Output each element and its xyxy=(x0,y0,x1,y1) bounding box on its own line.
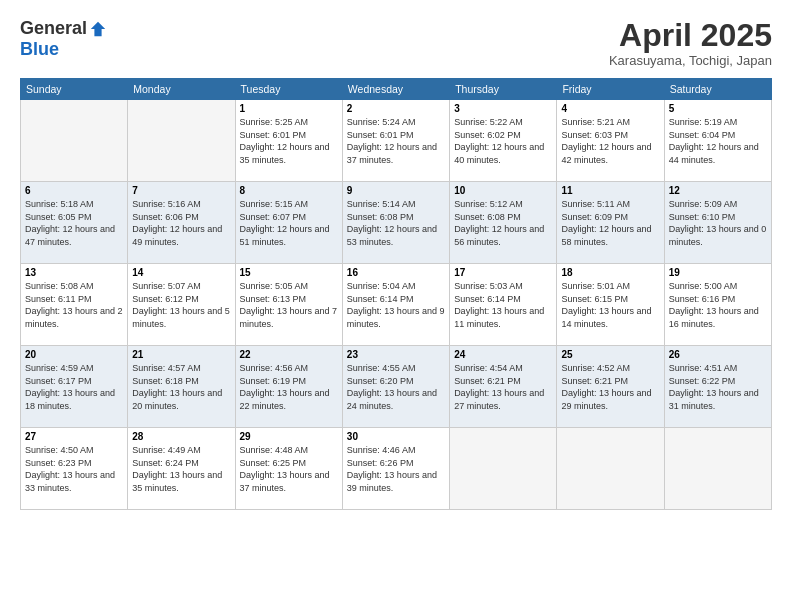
table-row: 11Sunrise: 5:11 AM Sunset: 6:09 PM Dayli… xyxy=(557,182,664,264)
table-row xyxy=(128,100,235,182)
day-info: Sunrise: 4:51 AM Sunset: 6:22 PM Dayligh… xyxy=(669,362,767,412)
table-row: 1Sunrise: 5:25 AM Sunset: 6:01 PM Daylig… xyxy=(235,100,342,182)
location: Karasuyama, Tochigi, Japan xyxy=(609,53,772,68)
calendar-week-row: 20Sunrise: 4:59 AM Sunset: 6:17 PM Dayli… xyxy=(21,346,772,428)
table-row: 10Sunrise: 5:12 AM Sunset: 6:08 PM Dayli… xyxy=(450,182,557,264)
day-info: Sunrise: 5:19 AM Sunset: 6:04 PM Dayligh… xyxy=(669,116,767,166)
day-number: 24 xyxy=(454,349,552,360)
calendar-week-row: 1Sunrise: 5:25 AM Sunset: 6:01 PM Daylig… xyxy=(21,100,772,182)
table-row xyxy=(557,428,664,510)
table-row: 14Sunrise: 5:07 AM Sunset: 6:12 PM Dayli… xyxy=(128,264,235,346)
calendar-week-row: 13Sunrise: 5:08 AM Sunset: 6:11 PM Dayli… xyxy=(21,264,772,346)
day-number: 22 xyxy=(240,349,338,360)
svg-marker-0 xyxy=(91,21,105,35)
table-row xyxy=(664,428,771,510)
day-number: 14 xyxy=(132,267,230,278)
table-row: 6Sunrise: 5:18 AM Sunset: 6:05 PM Daylig… xyxy=(21,182,128,264)
day-info: Sunrise: 4:50 AM Sunset: 6:23 PM Dayligh… xyxy=(25,444,123,494)
day-number: 8 xyxy=(240,185,338,196)
table-row: 22Sunrise: 4:56 AM Sunset: 6:19 PM Dayli… xyxy=(235,346,342,428)
day-info: Sunrise: 5:07 AM Sunset: 6:12 PM Dayligh… xyxy=(132,280,230,330)
day-info: Sunrise: 4:55 AM Sunset: 6:20 PM Dayligh… xyxy=(347,362,445,412)
day-info: Sunrise: 4:57 AM Sunset: 6:18 PM Dayligh… xyxy=(132,362,230,412)
table-row: 20Sunrise: 4:59 AM Sunset: 6:17 PM Dayli… xyxy=(21,346,128,428)
table-row: 16Sunrise: 5:04 AM Sunset: 6:14 PM Dayli… xyxy=(342,264,449,346)
day-info: Sunrise: 5:24 AM Sunset: 6:01 PM Dayligh… xyxy=(347,116,445,166)
table-row: 12Sunrise: 5:09 AM Sunset: 6:10 PM Dayli… xyxy=(664,182,771,264)
table-row: 4Sunrise: 5:21 AM Sunset: 6:03 PM Daylig… xyxy=(557,100,664,182)
table-row: 29Sunrise: 4:48 AM Sunset: 6:25 PM Dayli… xyxy=(235,428,342,510)
page: General Blue April 2025 Karasuyama, Toch… xyxy=(0,0,792,612)
col-saturday: Saturday xyxy=(664,79,771,100)
table-row: 3Sunrise: 5:22 AM Sunset: 6:02 PM Daylig… xyxy=(450,100,557,182)
day-info: Sunrise: 5:12 AM Sunset: 6:08 PM Dayligh… xyxy=(454,198,552,248)
table-row: 5Sunrise: 5:19 AM Sunset: 6:04 PM Daylig… xyxy=(664,100,771,182)
calendar-table: Sunday Monday Tuesday Wednesday Thursday… xyxy=(20,78,772,510)
logo-general-text: General xyxy=(20,18,87,39)
table-row: 27Sunrise: 4:50 AM Sunset: 6:23 PM Dayli… xyxy=(21,428,128,510)
day-number: 1 xyxy=(240,103,338,114)
day-info: Sunrise: 5:00 AM Sunset: 6:16 PM Dayligh… xyxy=(669,280,767,330)
day-info: Sunrise: 4:56 AM Sunset: 6:19 PM Dayligh… xyxy=(240,362,338,412)
table-row: 9Sunrise: 5:14 AM Sunset: 6:08 PM Daylig… xyxy=(342,182,449,264)
col-friday: Friday xyxy=(557,79,664,100)
day-info: Sunrise: 5:01 AM Sunset: 6:15 PM Dayligh… xyxy=(561,280,659,330)
day-number: 25 xyxy=(561,349,659,360)
col-tuesday: Tuesday xyxy=(235,79,342,100)
table-row: 28Sunrise: 4:49 AM Sunset: 6:24 PM Dayli… xyxy=(128,428,235,510)
day-number: 11 xyxy=(561,185,659,196)
month-title: April 2025 xyxy=(609,18,772,53)
calendar-week-row: 6Sunrise: 5:18 AM Sunset: 6:05 PM Daylig… xyxy=(21,182,772,264)
table-row: 13Sunrise: 5:08 AM Sunset: 6:11 PM Dayli… xyxy=(21,264,128,346)
day-number: 27 xyxy=(25,431,123,442)
title-block: April 2025 Karasuyama, Tochigi, Japan xyxy=(609,18,772,68)
day-number: 5 xyxy=(669,103,767,114)
day-number: 6 xyxy=(25,185,123,196)
day-info: Sunrise: 4:54 AM Sunset: 6:21 PM Dayligh… xyxy=(454,362,552,412)
day-number: 2 xyxy=(347,103,445,114)
day-info: Sunrise: 5:18 AM Sunset: 6:05 PM Dayligh… xyxy=(25,198,123,248)
table-row: 15Sunrise: 5:05 AM Sunset: 6:13 PM Dayli… xyxy=(235,264,342,346)
day-number: 9 xyxy=(347,185,445,196)
day-info: Sunrise: 5:11 AM Sunset: 6:09 PM Dayligh… xyxy=(561,198,659,248)
day-number: 16 xyxy=(347,267,445,278)
day-number: 15 xyxy=(240,267,338,278)
table-row xyxy=(21,100,128,182)
day-number: 21 xyxy=(132,349,230,360)
day-info: Sunrise: 4:48 AM Sunset: 6:25 PM Dayligh… xyxy=(240,444,338,494)
day-info: Sunrise: 5:21 AM Sunset: 6:03 PM Dayligh… xyxy=(561,116,659,166)
day-number: 28 xyxy=(132,431,230,442)
day-number: 30 xyxy=(347,431,445,442)
table-row: 19Sunrise: 5:00 AM Sunset: 6:16 PM Dayli… xyxy=(664,264,771,346)
col-monday: Monday xyxy=(128,79,235,100)
table-row: 24Sunrise: 4:54 AM Sunset: 6:21 PM Dayli… xyxy=(450,346,557,428)
table-row: 23Sunrise: 4:55 AM Sunset: 6:20 PM Dayli… xyxy=(342,346,449,428)
table-row: 17Sunrise: 5:03 AM Sunset: 6:14 PM Dayli… xyxy=(450,264,557,346)
table-row: 8Sunrise: 5:15 AM Sunset: 6:07 PM Daylig… xyxy=(235,182,342,264)
day-info: Sunrise: 5:25 AM Sunset: 6:01 PM Dayligh… xyxy=(240,116,338,166)
logo-blue-text: Blue xyxy=(20,39,59,60)
table-row: 18Sunrise: 5:01 AM Sunset: 6:15 PM Dayli… xyxy=(557,264,664,346)
table-row: 7Sunrise: 5:16 AM Sunset: 6:06 PM Daylig… xyxy=(128,182,235,264)
day-info: Sunrise: 5:03 AM Sunset: 6:14 PM Dayligh… xyxy=(454,280,552,330)
day-number: 17 xyxy=(454,267,552,278)
table-row: 2Sunrise: 5:24 AM Sunset: 6:01 PM Daylig… xyxy=(342,100,449,182)
day-info: Sunrise: 5:04 AM Sunset: 6:14 PM Dayligh… xyxy=(347,280,445,330)
table-row: 21Sunrise: 4:57 AM Sunset: 6:18 PM Dayli… xyxy=(128,346,235,428)
header: General Blue April 2025 Karasuyama, Toch… xyxy=(20,18,772,68)
calendar-week-row: 27Sunrise: 4:50 AM Sunset: 6:23 PM Dayli… xyxy=(21,428,772,510)
day-number: 3 xyxy=(454,103,552,114)
day-info: Sunrise: 5:08 AM Sunset: 6:11 PM Dayligh… xyxy=(25,280,123,330)
day-number: 12 xyxy=(669,185,767,196)
day-number: 10 xyxy=(454,185,552,196)
day-number: 18 xyxy=(561,267,659,278)
day-number: 4 xyxy=(561,103,659,114)
day-number: 7 xyxy=(132,185,230,196)
day-number: 29 xyxy=(240,431,338,442)
day-number: 23 xyxy=(347,349,445,360)
table-row xyxy=(450,428,557,510)
day-info: Sunrise: 5:16 AM Sunset: 6:06 PM Dayligh… xyxy=(132,198,230,248)
day-number: 19 xyxy=(669,267,767,278)
day-info: Sunrise: 5:14 AM Sunset: 6:08 PM Dayligh… xyxy=(347,198,445,248)
calendar-header-row: Sunday Monday Tuesday Wednesday Thursday… xyxy=(21,79,772,100)
